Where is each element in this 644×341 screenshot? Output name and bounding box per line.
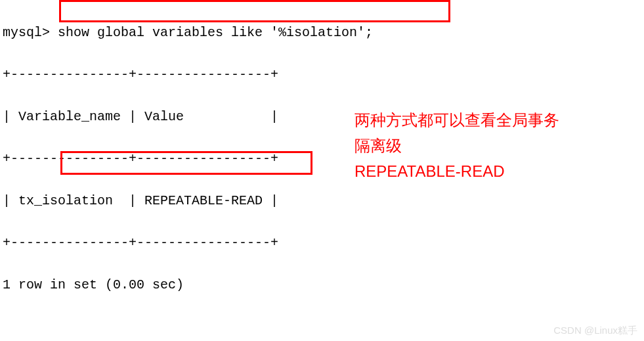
table-separator: +---------------+-----------------+: [3, 233, 641, 254]
annotation-text-3: REPEATABLE-READ: [354, 159, 505, 184]
annotation-text-1: 两种方式都可以查看全局事务: [354, 108, 559, 133]
blank-line: [3, 317, 641, 338]
result-summary: 1 row in set (0.00 sec): [3, 275, 641, 296]
sql-command-1: show global variables like '%isolation';: [58, 25, 373, 40]
watermark-text: CSDN @Linux糕手: [553, 323, 637, 338]
table-data-row: | tx_isolation | REPEATABLE-READ |: [3, 191, 641, 212]
mysql-prompt: mysql>: [3, 25, 50, 40]
table-separator: +---------------+-----------------+: [3, 64, 641, 85]
table-separator: +---------------+-----------------+: [3, 148, 641, 170]
command-line-1: mysql> show global variables like '%isol…: [3, 22, 641, 43]
terminal-output: mysql> show global variables like '%isol…: [3, 1, 641, 341]
annotation-text-2: 隔离级: [354, 133, 402, 158]
